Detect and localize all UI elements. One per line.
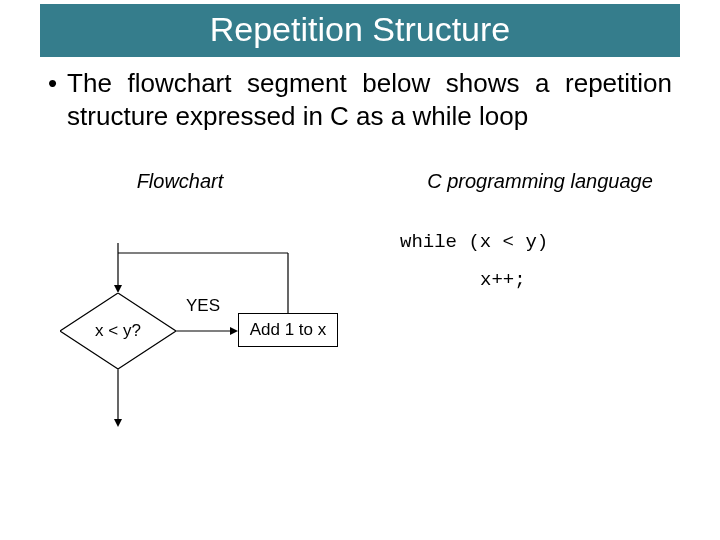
svg-marker-6 (230, 327, 238, 335)
slide-title: Repetition Structure (40, 4, 680, 57)
bullet-item: • The flowchart segment below shows a re… (48, 67, 672, 132)
decision-label: x < y? (60, 293, 176, 369)
code-block: while (x < y) x++; (400, 223, 720, 299)
two-column-area: Flowchart (0, 170, 720, 453)
flowchart-diagram: x < y? YES Add 1 to x (20, 223, 360, 453)
code-header: C programming language (360, 170, 720, 193)
flowchart-header: Flowchart (0, 170, 360, 193)
decision-node: x < y? (60, 293, 176, 369)
code-column: C programming language while (x < y) x++… (360, 170, 720, 453)
flowchart-column: Flowchart (0, 170, 360, 453)
svg-marker-8 (114, 419, 122, 427)
bullet-marker: • (48, 67, 57, 132)
process-node: Add 1 to x (238, 313, 338, 347)
code-line-2: x++; (480, 261, 720, 299)
svg-marker-4 (114, 285, 122, 293)
yes-branch-label: YES (186, 296, 220, 316)
code-line-1: while (x < y) (400, 223, 720, 261)
bullet-text: The flowchart segment below shows a repe… (67, 67, 672, 132)
